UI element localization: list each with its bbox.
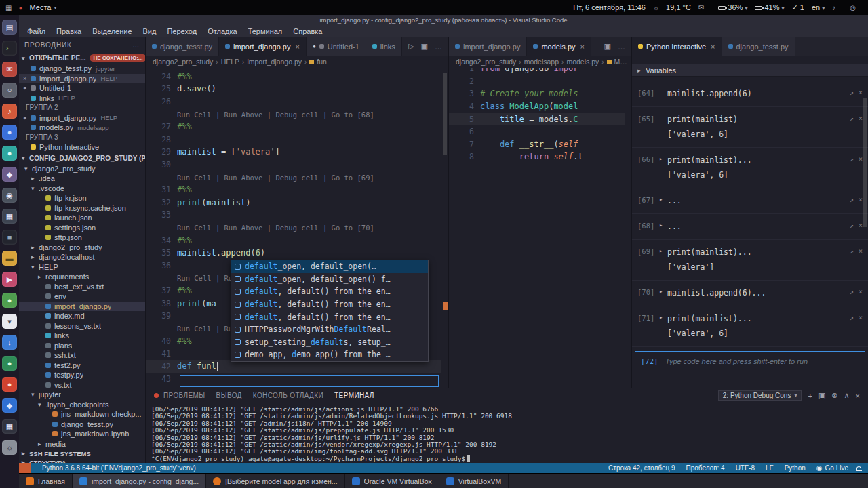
- close-icon[interactable]: ×: [295, 43, 299, 51]
- office-icon[interactable]: ▬: [2, 251, 17, 266]
- goto-source-icon[interactable]: ↗: [850, 196, 854, 203]
- breadcrumb-item-django2-pro-study[interactable]: django2_pro_study: [153, 58, 213, 66]
- editor2-code-area[interactable]: 1from django.db impor23# Create your mod…: [449, 68, 625, 388]
- places-menu[interactable]: Места ▾: [30, 3, 57, 12]
- remote-indicator[interactable]: [19, 463, 31, 473]
- workspace-grid-icon[interactable]: ▦: [5, 4, 12, 12]
- code-line-8[interactable]: 8 return self.t: [449, 150, 625, 163]
- close-icon[interactable]: ×: [711, 43, 715, 51]
- suggestion-item-2[interactable]: default, default() from the en…: [231, 285, 428, 298]
- breadcrumb-item-django2-pro-study[interactable]: django2_pro_study: [456, 58, 516, 66]
- menu-file[interactable]: Файл: [22, 27, 51, 35]
- cell-code[interactable]: print(mainlist)...: [667, 314, 850, 323]
- sound-indicator-icon[interactable]: ♪: [832, 4, 835, 12]
- keyboard-layout-indicator[interactable]: en ▾: [812, 3, 825, 12]
- split-terminal-icon[interactable]: ▣: [818, 391, 825, 400]
- tree-item-links[interactable]: links: [19, 331, 145, 341]
- collapse-icon[interactable]: ▸: [659, 222, 667, 228]
- editor2-tab-import-django-py[interactable]: import_django.py: [449, 37, 527, 56]
- search-icon[interactable]: ○: [2, 83, 17, 98]
- code-line-32[interactable]: 32print(mainlist): [146, 197, 441, 209]
- open-editor-item-links[interactable]: linksHELP: [19, 94, 145, 104]
- code-line-42[interactable]: 42def funl: [146, 360, 441, 373]
- cell-code[interactable]: print(mainlist)...: [667, 155, 850, 165]
- tree-item-idea[interactable]: ▸.idea: [19, 174, 145, 184]
- code-line-25[interactable]: 25d.save(): [146, 83, 441, 96]
- menu-edit[interactable]: Правка: [51, 27, 87, 35]
- editor2-tab-models-py[interactable]: models.py×: [527, 37, 591, 56]
- blue-app-icon[interactable]: ◆: [2, 398, 17, 413]
- bookmark-icon[interactable]: ▾: [2, 314, 17, 329]
- taskbar-item-главная[interactable]: Главная: [19, 474, 73, 488]
- open-editor-item-import-django-py[interactable]: ×import_django.pyHELP: [19, 74, 145, 84]
- status-item-utf-8[interactable]: UTF-8: [730, 464, 760, 472]
- more-actions-icon[interactable]: …: [431, 43, 446, 51]
- collapse-icon[interactable]: ▸: [659, 314, 667, 321]
- suggestion-item-1[interactable]: default_open, default_open() f…: [231, 273, 428, 286]
- settings-gear-icon[interactable]: ☼: [2, 440, 17, 455]
- mail-icon[interactable]: ✉: [2, 62, 17, 77]
- suggestion-item-4[interactable]: default, default() from the en…: [231, 310, 428, 323]
- tree-item-launch-json[interactable]: launch.json: [19, 213, 145, 223]
- suggestion-item-0[interactable]: default_open, default_open(…: [231, 260, 428, 273]
- status-item-lf[interactable]: LF: [760, 464, 779, 472]
- sync-indicator[interactable]: ✓ 1: [792, 3, 804, 12]
- editor1-tab-links[interactable]: links: [366, 37, 402, 56]
- codelens-links[interactable]: Run Cell | Run Above | Debug cell | Go t…: [177, 110, 374, 119]
- download-icon[interactable]: ↓: [2, 335, 17, 350]
- goto-source-icon[interactable]: ↗: [850, 89, 854, 96]
- status-item-строка-42-столбец-9[interactable]: Строка 42, столбец 9: [603, 464, 680, 472]
- tree-item-test2-py[interactable]: test2.py: [19, 361, 145, 371]
- remove-cell-icon[interactable]: ×: [859, 288, 863, 296]
- tree-item-django2-pro-study[interactable]: ▸django2_pro_study: [19, 243, 145, 253]
- suggestion-item-7[interactable]: demo_app, demo_app() from the …: [231, 348, 428, 361]
- new-terminal-icon[interactable]: +: [808, 392, 812, 400]
- interactive-scrollbar[interactable]: [863, 98, 867, 227]
- open-editor-item-import-django-py[interactable]: ●import_django.pyHELP: [19, 113, 145, 123]
- clock-label[interactable]: Пт, 6 сентября, 11:46: [573, 3, 646, 12]
- terminal-selector[interactable]: 2: Python Debug Cons ▾: [718, 390, 802, 401]
- dirty-dot-icon[interactable]: ●: [23, 85, 31, 92]
- tree-item-settings-json[interactable]: settings.json: [19, 223, 145, 233]
- taskbar-item-virtualboxvm[interactable]: VirtualBoxVM: [439, 474, 509, 488]
- codelens-line[interactable]: Run Cell | Run Above | Debug cell | Go t…: [146, 222, 441, 235]
- breadcrumb-item-m[interactable]: M…: [607, 58, 627, 66]
- tree-item-vscode[interactable]: ▾.vscode: [19, 184, 145, 194]
- open-editor-item-python-interactive[interactable]: Python Interactive: [19, 142, 145, 152]
- cell-code[interactable]: print(mainlist)...: [667, 247, 850, 257]
- green-app-icon[interactable]: ●: [2, 293, 17, 308]
- editor1-tab-import-django-py[interactable]: import_django.py×: [219, 37, 307, 56]
- code-line-27[interactable]: 27#%%: [146, 121, 441, 134]
- weather-indicator[interactable]: ☼19,1 °C: [653, 3, 691, 12]
- power-indicator-icon[interactable]: ◎: [850, 4, 856, 12]
- tree-item-jns-markdown-checkp[interactable]: jns_markdown-checkp...: [19, 409, 145, 420]
- terminal-icon[interactable]: ›_: [2, 41, 17, 56]
- panel-tab-вывод[interactable]: ВЫВОД: [216, 390, 242, 401]
- cell-code[interactable]: print(mainlist): [667, 115, 850, 124]
- split-editor-icon[interactable]: ▣: [418, 42, 431, 51]
- code-line-4[interactable]: 4class ModelApp(model: [449, 100, 625, 113]
- tree-item-django2-pro-study[interactable]: ▾django2_pro_study: [19, 164, 145, 174]
- status-item-python[interactable]: Python: [779, 464, 811, 472]
- editor1-scrollbar[interactable]: [441, 68, 448, 388]
- tree-item-jupyter[interactable]: ▾jupyter: [19, 390, 145, 400]
- interactive-tab-python-interactive[interactable]: Python Interactive×: [632, 37, 722, 56]
- editor1-tab-django-tesst-py[interactable]: django_tesst.py: [146, 37, 219, 56]
- code-line-2[interactable]: 2: [449, 75, 625, 88]
- cell-code[interactable]: mainlist.append(6)...: [667, 288, 850, 298]
- tree-item-help[interactable]: ▾HELP: [19, 262, 145, 272]
- notifications-bell-icon[interactable]: [856, 466, 861, 470]
- go-live-status[interactable]: ◉ Go Live: [811, 464, 854, 472]
- tree-item-vs-txt[interactable]: vs.txt: [19, 380, 145, 390]
- grid2-icon[interactable]: ▦: [2, 419, 17, 434]
- tree-item-ftp-kr-sync-cache-json[interactable]: ftp-kr.sync.cache.json: [19, 203, 145, 214]
- code-line-5[interactable]: 5 title = models.C: [449, 113, 625, 125]
- goto-source-icon[interactable]: ↗: [850, 115, 854, 122]
- outline-section[interactable]: ▸ СТРУКТУРА: [19, 458, 145, 463]
- collapse-icon[interactable]: ▸: [659, 196, 667, 203]
- close-panel-icon[interactable]: ×: [856, 392, 860, 400]
- taskbar-item-import-django-py-config-djang[interactable]: import_django.py - config_djang...: [73, 474, 206, 488]
- tree-item-best-ext-vs-txt[interactable]: best_ext_vs.txt: [19, 282, 145, 292]
- panel-tab-терминал[interactable]: ТЕРМИНАЛ: [334, 390, 374, 401]
- tree-item-media[interactable]: ▸media: [19, 439, 145, 449]
